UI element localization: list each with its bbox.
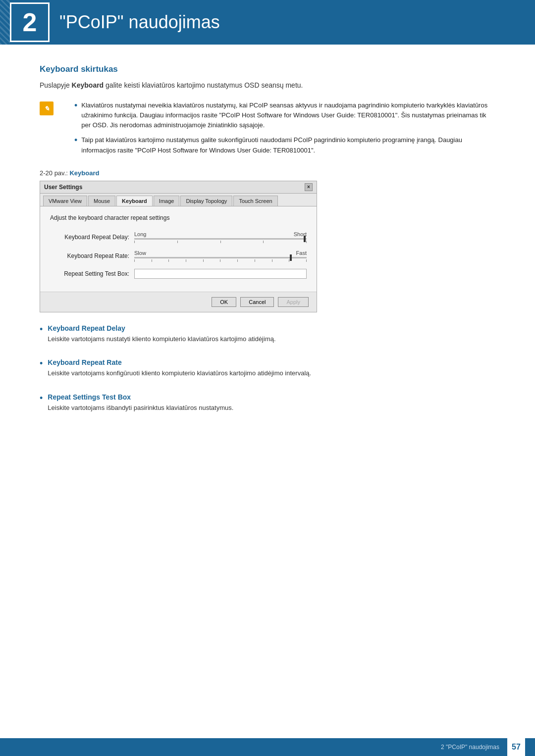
list-item-0: • Keyboard Repeat Delay Leiskite vartoto… — [40, 324, 495, 352]
intro-normal: Puslapyje — [40, 81, 72, 89]
main-content: Keyboard skirtukas Puslapyje Keyboard ga… — [0, 45, 535, 467]
rate-slider-area: Slow Fast — [134, 250, 307, 262]
delay-row: Keyboard Repeat Delay: Long Short — [50, 231, 307, 243]
item-title-0: Keyboard Repeat Delay — [48, 324, 275, 332]
note-text-1: Klaviatūros nustatymai neveikia klaviatū… — [81, 101, 495, 130]
delay-slider-thumb[interactable] — [304, 236, 306, 242]
note-icon-symbol: ✎ — [44, 105, 50, 112]
header-stripe — [0, 0, 10, 45]
footer-text: 2 "PCoIP" naudojimas — [441, 744, 499, 751]
dialog-footer: OK Cancel Apply — [40, 292, 317, 312]
page-footer: 2 "PCoIP" naudojimas 57 — [0, 738, 535, 756]
note-item-2: • Taip pat klaviatūros kartojimo nustaty… — [74, 135, 495, 155]
rate-row: Keyboard Repeat Rate: Slow Fast — [50, 250, 307, 262]
tab-image[interactable]: Image — [154, 196, 180, 206]
note-content: • Klaviatūros nustatymai neveikia klavia… — [59, 101, 495, 160]
note-icon: ✎ — [40, 101, 54, 115]
figure-label: 2-20 pav.: Keyboard — [40, 169, 495, 177]
page-header: 2 "PCoIP" naudojimas — [0, 0, 535, 45]
list-item-2: • Repeat Settings Test Box Leiskite vart… — [40, 393, 495, 421]
dialog-titlebar: User Settings × — [40, 181, 317, 194]
list-item-1: • Keyboard Repeat Rate Leiskite vartotoj… — [40, 358, 495, 386]
cancel-button[interactable]: Cancel — [240, 297, 274, 307]
tab-vmware-view[interactable]: VMware View — [43, 196, 87, 206]
note-list: • Klaviatūros nustatymai neveikia klavia… — [59, 101, 495, 155]
delay-endpoints: Long Short — [134, 231, 307, 237]
dialog-body: Adjust the keyboard character repeat set… — [40, 206, 317, 292]
rate-endpoints: Slow Fast — [134, 250, 307, 256]
intro-keyword: Keyboard — [72, 81, 104, 89]
chapter-number: 2 — [23, 7, 37, 37]
item-desc-2: Leiskite vartotojams išbandyti pasirinkt… — [48, 403, 233, 413]
delay-slider-area: Long Short — [134, 231, 307, 243]
delay-label: Keyboard Repeat Delay: — [50, 234, 129, 241]
bullet-dot-2: • — [74, 136, 77, 145]
rate-left-label: Slow — [134, 250, 146, 256]
intro-suffix: galite keisti klaviatūros kartojimo nust… — [104, 81, 303, 89]
item-title-1: Keyboard Repeat Rate — [48, 358, 311, 366]
note-item-1: • Klaviatūros nustatymai neveikia klavia… — [74, 101, 495, 130]
note-text-2: Taip pat klaviatūros kartojimo nustatymu… — [81, 135, 495, 155]
tab-keyboard[interactable]: Keyboard — [116, 196, 153, 206]
rate-slider-track[interactable] — [134, 257, 307, 258]
dialog-title: User Settings — [44, 184, 82, 191]
note-area: ✎ • Klaviatūros nustatymai neveikia klav… — [40, 101, 495, 160]
dialog-description: Adjust the keyboard character repeat set… — [50, 214, 307, 221]
chapter-number-box: 2 — [10, 2, 50, 42]
testbox-input[interactable] — [134, 269, 307, 279]
tab-display-topology[interactable]: Display Topology — [180, 196, 232, 206]
rate-label: Keyboard Repeat Rate: — [50, 252, 129, 259]
testbox-label: Repeat Setting Test Box: — [50, 270, 129, 277]
chapter-title: "PCoIP" naudojimas — [59, 12, 220, 33]
tab-mouse[interactable]: Mouse — [88, 196, 115, 206]
dialog-close-button[interactable]: × — [305, 183, 313, 191]
bullet-dot-1: • — [74, 101, 77, 110]
intro-paragraph: Puslapyje Keyboard galite keisti klaviat… — [40, 80, 495, 91]
page-number: 57 — [507, 738, 525, 756]
rate-slider-thumb[interactable] — [290, 254, 292, 261]
ok-button[interactable]: OK — [212, 297, 236, 307]
dialog-tabs: VMware View Mouse Keyboard Image Display… — [40, 194, 317, 206]
dialog-window: User Settings × VMware View Mouse Keyboa… — [40, 181, 317, 312]
figure-label-prefix: 2-20 pav.: — [40, 169, 68, 177]
item-section-1: Keyboard Repeat Rate Leiskite vartotojam… — [48, 358, 311, 378]
delay-ticks — [134, 241, 307, 243]
rate-right-label: Fast — [296, 250, 307, 256]
tab-touch-screen[interactable]: Touch Screen — [233, 196, 277, 206]
delay-slider-track[interactable] — [134, 238, 307, 240]
rate-ticks — [134, 259, 307, 262]
figure-label-bold: Keyboard — [69, 169, 99, 177]
item-title-2: Repeat Settings Test Box — [48, 393, 233, 401]
apply-button[interactable]: Apply — [278, 297, 309, 307]
bullet-dot-item-0: • — [40, 325, 43, 334]
testbox-row: Repeat Setting Test Box: — [50, 269, 307, 279]
item-section-2: Repeat Settings Test Box Leiskite vartot… — [48, 393, 233, 413]
items-list: • Keyboard Repeat Delay Leiskite vartoto… — [40, 324, 495, 421]
delay-left-label: Long — [134, 231, 146, 237]
item-section-0: Keyboard Repeat Delay Leiskite vartotoja… — [48, 324, 275, 344]
bullet-dot-item-2: • — [40, 394, 43, 403]
item-desc-1: Leiskite vartotojams konfigūruoti klient… — [48, 368, 311, 378]
bullet-dot-item-1: • — [40, 359, 43, 368]
item-desc-0: Leiskite vartotojams nustatyti kliento k… — [48, 334, 275, 344]
section-title: Keyboard skirtukas — [40, 64, 495, 74]
